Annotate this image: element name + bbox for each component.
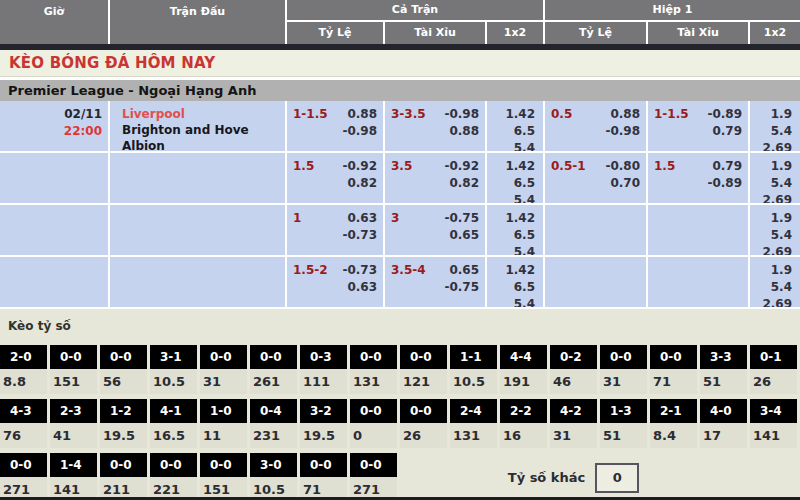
score-cell[interactable]: 0-0 [100, 345, 147, 369]
firsthalf-handicap-cell[interactable]: 0.50.88-0.98 [545, 101, 648, 151]
score-cell[interactable]: 0-0 [200, 453, 247, 477]
score-odds-cell[interactable]: 56 [100, 369, 147, 394]
score-odds-cell[interactable]: 26 [400, 423, 447, 448]
fulltime-overunder-cell[interactable]: 3.5-0.920.82 [385, 153, 487, 203]
score-odds-cell[interactable]: 0 [350, 423, 397, 448]
score-odds-cell[interactable]: 8.8 [0, 369, 47, 394]
score-cell[interactable]: 0-0 [50, 345, 97, 369]
score-cell[interactable]: 0-3 [300, 345, 347, 369]
score-cell[interactable]: 3-1 [150, 345, 197, 369]
score-odds-cell[interactable]: 261 [250, 369, 297, 394]
score-cell[interactable]: 1-4 [50, 453, 97, 477]
score-odds-cell[interactable]: 31 [200, 369, 247, 394]
odds-cell-empty [545, 205, 648, 255]
score-cell[interactable]: 0-0 [0, 453, 47, 477]
fulltime-handicap-cell[interactable]: 1.5-2-0.730.63 [287, 257, 385, 307]
score-odds-cell[interactable]: 76 [0, 423, 47, 448]
handicap-line: 1-1.5 [654, 106, 689, 151]
score-odds-cell[interactable]: 31 [600, 369, 647, 394]
fulltime-1x2-cell[interactable]: 1.426.55.4 [487, 257, 545, 307]
header-sub-overunder-ft: Tài Xỉu [385, 22, 487, 44]
score-cell[interactable]: 0-0 [150, 453, 197, 477]
score-odds-cell[interactable]: 10.5 [450, 369, 497, 394]
fulltime-handicap-cell[interactable]: 1.5-0.920.82 [287, 153, 385, 203]
score-cell[interactable]: 0-0 [600, 345, 647, 369]
score-cell[interactable]: 4-1 [150, 399, 197, 423]
fulltime-1x2-cell[interactable]: 1.426.55.4 [487, 205, 545, 255]
score-cell[interactable]: 2-1 [650, 399, 697, 423]
score-cell[interactable]: 0-0 [350, 453, 397, 477]
firsthalf-handicap-cell[interactable]: 0.5-1-0.800.70 [545, 153, 648, 203]
score-cell[interactable]: 3-2 [300, 399, 347, 423]
header-col-firsthalf: Hiệp 1 [545, 0, 800, 22]
score-odds-cell[interactable]: 191 [500, 369, 547, 394]
score-cell[interactable]: 4-4 [500, 345, 547, 369]
score-cell[interactable]: 4-2 [550, 399, 597, 423]
score-cell[interactable]: 3-0 [250, 453, 297, 477]
score-odds-cell[interactable]: 111 [300, 369, 347, 394]
firsthalf-overunder-cell[interactable]: 1.50.79-0.89 [648, 153, 750, 203]
score-cell[interactable]: 0-0 [350, 345, 397, 369]
score-cell[interactable]: 0-0 [350, 399, 397, 423]
other-score-cell: Tỷ số khác0 [400, 453, 747, 500]
score-odds-cell[interactable]: 51 [700, 369, 747, 394]
score-cell[interactable]: 2-3 [50, 399, 97, 423]
fulltime-handicap-cell[interactable]: 1-1.50.88-0.98 [287, 101, 385, 151]
other-score-value-box[interactable]: 0 [595, 463, 639, 493]
fulltime-overunder-cell[interactable]: 3-0.750.65 [385, 205, 487, 255]
firsthalf-overunder-cell[interactable]: 1-1.5-0.890.79 [648, 101, 750, 151]
score-cell[interactable]: 3-3 [700, 345, 747, 369]
firsthalf-1x2-cell[interactable]: 1.95.42.69 [750, 101, 800, 151]
firsthalf-1x2-cell[interactable]: 1.95.42.69 [750, 205, 800, 255]
score-odds-cell[interactable]: 16 [500, 423, 547, 448]
score-odds-cell[interactable]: 51 [600, 423, 647, 448]
fulltime-handicap-cell[interactable]: 10.63-0.73 [287, 205, 385, 255]
handicap-line: 3.5-4 [391, 262, 426, 307]
score-cell[interactable]: 0-0 [300, 453, 347, 477]
score-cell[interactable]: 1-3 [600, 399, 647, 423]
score-cell[interactable]: 0-0 [400, 399, 447, 423]
score-cell[interactable]: 0-0 [250, 345, 297, 369]
score-odds-cell[interactable]: 8.4 [650, 423, 697, 448]
score-cell[interactable]: 2-4 [450, 399, 497, 423]
score-odds-cell[interactable]: 231 [250, 423, 297, 448]
score-odds-cell[interactable]: 41 [50, 423, 97, 448]
score-odds-cell[interactable]: 121 [400, 369, 447, 394]
fulltime-overunder-cell[interactable]: 3-3.5-0.980.88 [385, 101, 487, 151]
score-cell[interactable]: 3-4 [750, 399, 797, 423]
fulltime-1x2-cell[interactable]: 1.426.55.4 [487, 101, 545, 151]
score-cell[interactable]: 0-2 [550, 345, 597, 369]
score-cell[interactable]: 0-1 [750, 345, 797, 369]
score-odds-cell[interactable]: 16.5 [150, 423, 197, 448]
score-cell[interactable]: 4-0 [700, 399, 747, 423]
score-odds-cell[interactable]: 71 [650, 369, 697, 394]
score-cell[interactable]: 0-0 [650, 345, 697, 369]
score-odds-cell[interactable]: 131 [350, 369, 397, 394]
score-cell[interactable]: 4-3 [0, 399, 47, 423]
score-cell[interactable]: 0-4 [250, 399, 297, 423]
fulltime-1x2-cell[interactable]: 1.426.55.4 [487, 153, 545, 203]
score-cell[interactable]: 1-1 [450, 345, 497, 369]
score-cell[interactable]: 1-2 [100, 399, 147, 423]
score-odds-cell[interactable]: 141 [750, 423, 797, 448]
score-cell[interactable]: 1-0 [200, 399, 247, 423]
firsthalf-1x2-cell[interactable]: 1.95.42.69 [750, 153, 800, 203]
score-cell[interactable]: 2-2 [500, 399, 547, 423]
score-odds-cell[interactable]: 31 [550, 423, 597, 448]
odds-values: -0.890.79 [707, 106, 742, 151]
score-odds-cell[interactable]: 19.5 [300, 423, 347, 448]
score-cell[interactable]: 0-0 [100, 453, 147, 477]
score-odds-cell[interactable]: 46 [550, 369, 597, 394]
score-cell[interactable]: 2-0 [0, 345, 47, 369]
score-odds-cell[interactable]: 19.5 [100, 423, 147, 448]
score-odds-cell[interactable]: 151 [50, 369, 97, 394]
score-odds-cell[interactable]: 131 [450, 423, 497, 448]
score-odds-cell[interactable]: 11 [200, 423, 247, 448]
score-cell[interactable]: 0-0 [200, 345, 247, 369]
score-cell[interactable]: 0-0 [400, 345, 447, 369]
firsthalf-1x2-cell[interactable]: 1.95.42.69 [750, 257, 800, 307]
score-odds-cell[interactable]: 10.5 [150, 369, 197, 394]
score-odds-cell[interactable]: 17 [700, 423, 747, 448]
fulltime-overunder-cell[interactable]: 3.5-40.65-0.75 [385, 257, 487, 307]
score-odds-cell[interactable]: 26 [750, 369, 797, 394]
